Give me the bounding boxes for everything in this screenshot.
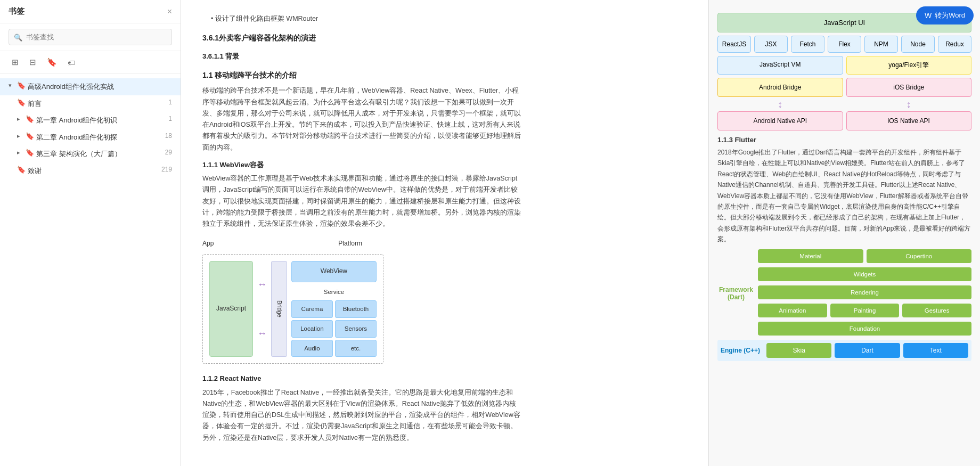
flutter-section-title: 1.1.3 Flutter bbox=[717, 136, 971, 144]
architecture-diagram: App Platform JavaScript ↔ ↔ Bridge bbox=[202, 238, 522, 364]
ios-arrow: ↕ bbox=[846, 99, 972, 110]
platform-label: Platform bbox=[338, 238, 362, 250]
sidebar-item-label: 前言 bbox=[28, 99, 164, 109]
animation-cell: Animation bbox=[758, 304, 827, 317]
flutter-para: 2018年Google推出了Flutter，通过Dart语言构建一套跨平台的开发… bbox=[717, 147, 971, 245]
widgets-row: Widgets bbox=[758, 267, 971, 281]
service-audio: Audio bbox=[291, 340, 333, 357]
tool-expand-button[interactable]: ⊞ bbox=[9, 55, 22, 69]
skia-button: Skia bbox=[766, 343, 831, 358]
flutter-architecture-diagram: Framework (Dart) Material Cupertino Widg… bbox=[717, 249, 971, 361]
search-input[interactable] bbox=[9, 29, 172, 45]
sidebar-list: ▾ 🔖 高级Android组件化强化实战 🔖 前言 1 ▸ 🔖 第一章 Andr… bbox=[0, 74, 181, 466]
arrow-icon: ▸ bbox=[17, 133, 23, 140]
para-intro: 移动端的跨平台技术不是一个新话题，早在几年前，WebView容器、React N… bbox=[202, 85, 522, 153]
tool-bookmark-button[interactable]: 🔖 bbox=[44, 55, 60, 69]
convert-to-word-button[interactable]: W 转为Word bbox=[916, 6, 974, 24]
service-label: Service bbox=[324, 289, 344, 295]
gestures-label: Gestures bbox=[925, 307, 950, 314]
js-libs-row: ReactJS JSX Fetch Flex NPM Node Redux bbox=[717, 36, 971, 53]
material-row: Material Cupertino bbox=[758, 249, 971, 263]
yoga-label: yoga/Flex引擎 bbox=[888, 61, 929, 69]
native-row: Android Native API iOS Native API bbox=[717, 111, 971, 130]
foundation-row: Foundation bbox=[758, 322, 971, 336]
convert-icon: W bbox=[925, 11, 932, 20]
jsx-cell: JSX bbox=[754, 36, 788, 53]
sidebar-item-preface[interactable]: 🔖 前言 1 bbox=[0, 95, 181, 112]
vm-row: JavaScript VM yoga/Flex引擎 bbox=[717, 56, 971, 75]
android-bridge-label: Android Bridge bbox=[759, 84, 801, 91]
skia-label: Skia bbox=[793, 347, 805, 354]
bridge-row: Android Bridge iOS Bridge bbox=[717, 78, 971, 97]
android-bridge-cell: Android Bridge bbox=[717, 78, 843, 97]
foundation-cell: Foundation bbox=[758, 322, 971, 336]
bookmark-icon: 🔖 bbox=[17, 81, 26, 89]
section-361-heading: 3.6.1外卖客户端容器化架构的演进 bbox=[202, 31, 522, 45]
bridge-label: Bridge bbox=[274, 300, 284, 317]
tool-add-bookmark-button[interactable]: 🏷 bbox=[64, 55, 79, 69]
js-ui-label: JavaScript UI bbox=[824, 19, 865, 27]
cupertino-label: Cupertino bbox=[905, 253, 932, 259]
sidebar: 书签 × 🔍 ⊞ ⊟ 🔖 🏷 ▾ 🔖 高级Android组件化强化实战 🔖 前言… bbox=[0, 0, 181, 466]
sidebar-item-label: 高级Android组件化强化实战 bbox=[28, 81, 172, 92]
android-native-cell: Android Native API bbox=[717, 111, 843, 130]
framework-section: Framework (Dart) Material Cupertino Widg… bbox=[717, 249, 971, 338]
material-label: Material bbox=[799, 253, 821, 259]
ios-bridge-label: iOS Bridge bbox=[893, 84, 924, 91]
android-arrow: ↕ bbox=[717, 99, 843, 110]
sidebar-item-num: 1 bbox=[168, 99, 172, 106]
foundation-label: Foundation bbox=[850, 325, 880, 332]
webview-label: WebView bbox=[321, 267, 347, 275]
ios-native-cell: iOS Native API bbox=[846, 111, 972, 130]
convert-label: 转为Word bbox=[935, 11, 965, 20]
sidebar-item-thanks[interactable]: 🔖 致谢 219 bbox=[0, 162, 181, 179]
sidebar-item-num: 219 bbox=[161, 166, 172, 173]
rendering-label: Rendering bbox=[851, 289, 879, 296]
service-sensors: Sensors bbox=[335, 320, 377, 338]
service-location: Location bbox=[291, 320, 333, 338]
engine-label: Engine (C++) bbox=[721, 343, 763, 358]
tool-collapse-button[interactable]: ⊟ bbox=[26, 55, 39, 69]
right-panel: W 转为Word JavaScript UI ReactJS JSX Fetch… bbox=[708, 0, 980, 466]
sidebar-item-ch1[interactable]: ▸ 🔖 第一章 Android组件化初识 1 bbox=[0, 112, 181, 129]
bookmark-icon: 🔖 bbox=[26, 132, 34, 140]
rendering-row: Rendering bbox=[758, 285, 971, 299]
para-rn: 2015年，Facebook推出了React Native，一经推出就备受关注。… bbox=[202, 387, 522, 444]
sidebar-item-num: 29 bbox=[165, 149, 172, 156]
service-bluetooth: Bluetooth bbox=[335, 300, 377, 318]
section-11-heading: 1.1 移动端跨平台技术的介绍 bbox=[202, 69, 522, 82]
bookmark-icon: 🔖 bbox=[17, 99, 26, 107]
sidebar-item-label: 致谢 bbox=[28, 166, 157, 176]
engine-cpp-label: Engine (C++) bbox=[721, 347, 760, 354]
sidebar-item-num: 18 bbox=[165, 132, 172, 140]
app-label: App bbox=[202, 238, 214, 250]
reactjs-cell: ReactJS bbox=[717, 36, 751, 53]
node-cell: Node bbox=[901, 36, 935, 53]
engine-row: Engine (C++) Skia Dart Text bbox=[717, 340, 971, 361]
sidebar-item-num: 1 bbox=[168, 115, 172, 122]
sidebar-close-button[interactable]: × bbox=[167, 7, 172, 17]
sidebar-item-main-book[interactable]: ▾ 🔖 高级Android组件化强化实战 bbox=[0, 78, 181, 95]
dart-button: Dart bbox=[835, 343, 900, 358]
cupertino-cell: Cupertino bbox=[867, 249, 972, 263]
animation-row: Animation Painting Gestures bbox=[758, 304, 971, 317]
npm-cell: NPM bbox=[864, 36, 898, 53]
text-label: Text bbox=[930, 347, 942, 354]
arrow-icon: ▾ bbox=[9, 82, 15, 89]
flex-cell: Flex bbox=[828, 36, 861, 53]
ios-native-label: iOS Native API bbox=[888, 117, 930, 125]
android-native-label: Android Native API bbox=[753, 117, 807, 125]
sidebar-search-area: 🔍 bbox=[0, 23, 181, 51]
sidebar-title: 书签 bbox=[9, 6, 24, 17]
bridge-arrows: ↕ ↕ bbox=[717, 99, 971, 110]
bullet-item-wmrouter: • 设计了组件化路由框架 WMRouter bbox=[202, 13, 522, 25]
sidebar-item-label: 第一章 Android组件化初识 bbox=[36, 115, 164, 126]
sidebar-item-ch3[interactable]: ▸ 🔖 第三章 架构演化（大厂篇） 29 bbox=[0, 145, 181, 162]
service-camera: Carema bbox=[291, 300, 333, 318]
bookmark-icon: 🔖 bbox=[17, 166, 26, 174]
rendering-cell: Rendering bbox=[758, 285, 971, 299]
gestures-cell: Gestures bbox=[902, 304, 971, 317]
redux-cell: Redux bbox=[938, 36, 971, 53]
sidebar-item-ch2[interactable]: ▸ 🔖 第二章 Android组件化初探 18 bbox=[0, 129, 181, 146]
material-cell: Material bbox=[758, 249, 863, 263]
